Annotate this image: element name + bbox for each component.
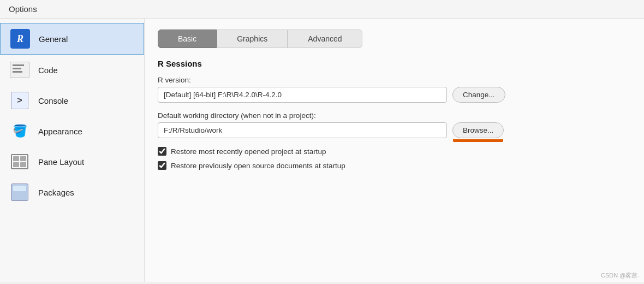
sidebar-item-packages[interactable]: Packages <box>0 177 144 208</box>
browse-button[interactable]: Browse... <box>452 122 504 138</box>
checkbox-restore-project-label: Restore most recently opened project at … <box>171 147 326 156</box>
sidebar-item-general[interactable]: R General <box>0 23 144 55</box>
pane-layout-icon <box>9 152 31 171</box>
code-icon <box>9 60 31 80</box>
console-icon: > <box>9 91 31 110</box>
checkbox-row-1: Restore most recently opened project at … <box>158 147 631 156</box>
sidebar-label-console: Console <box>38 96 68 105</box>
sidebar-item-appearance[interactable]: 🪣 Appearance <box>0 116 144 146</box>
change-button[interactable]: Change... <box>452 87 505 103</box>
appearance-icon: 🪣 <box>9 121 31 141</box>
checkbox-restore-source-label: Restore previously open source documents… <box>171 162 345 170</box>
checkbox-restore-project[interactable] <box>158 147 166 156</box>
sidebar-item-console[interactable]: > Console <box>0 85 144 116</box>
working-dir-label: Default working directory (when not in a… <box>158 111 631 120</box>
r-version-input[interactable] <box>158 87 447 103</box>
r-version-row: R version: Change... <box>158 76 631 103</box>
sidebar-label-appearance: Appearance <box>38 127 82 136</box>
working-dir-row: Default working directory (when not in a… <box>158 111 631 138</box>
sidebar-item-code[interactable]: Code <box>0 55 144 85</box>
window-title: Options <box>9 4 37 14</box>
tab-basic[interactable]: Basic <box>158 29 217 48</box>
tab-advanced[interactable]: Advanced <box>288 29 362 48</box>
content-area: Basic Graphics Advanced R Sessions R ver… <box>145 19 644 282</box>
sidebar-item-pane-layout[interactable]: Pane Layout <box>0 146 144 177</box>
title-bar: Options <box>0 0 644 19</box>
checkbox-restore-source[interactable] <box>158 161 166 170</box>
tab-graphics[interactable]: Graphics <box>217 29 288 48</box>
watermark: CSDN @雾蓝- <box>601 271 640 280</box>
general-icon: R <box>9 29 31 49</box>
sidebar-label-code: Code <box>38 66 58 75</box>
main-layout: R General Code > Console 🪣 <box>0 19 644 282</box>
r-version-input-row: Change... <box>158 87 631 103</box>
sidebar-label-packages: Packages <box>38 188 74 197</box>
checkbox-row-2: Restore previously open source documents… <box>158 161 631 170</box>
packages-icon <box>9 182 31 202</box>
sidebar-label-pane-layout: Pane Layout <box>38 157 84 167</box>
sidebar: R General Code > Console 🪣 <box>0 19 145 282</box>
section-title: R Sessions <box>158 59 631 68</box>
working-dir-input-row: Browse... <box>158 122 631 138</box>
r-version-label: R version: <box>158 76 631 84</box>
working-dir-input[interactable] <box>158 122 447 138</box>
sidebar-label-general: General <box>39 34 68 44</box>
tab-bar: Basic Graphics Advanced <box>158 29 631 48</box>
